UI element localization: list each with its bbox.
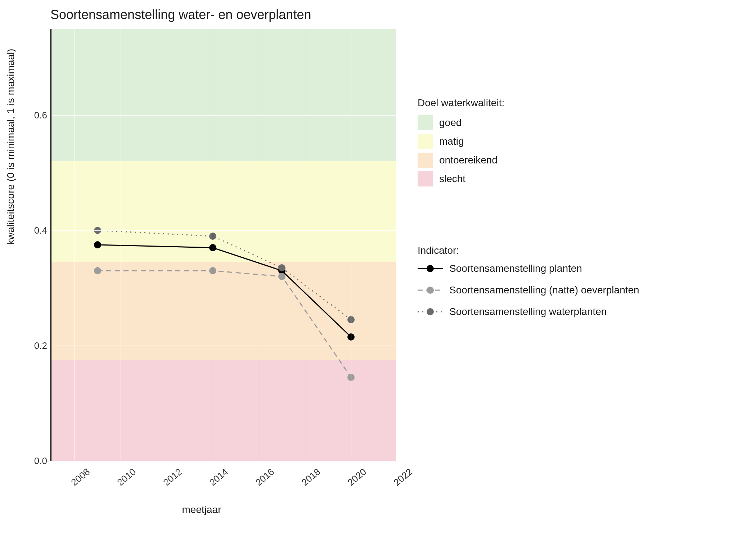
x-tick-label: 2010 [115, 466, 138, 488]
data-point [278, 264, 285, 271]
gridline-v [351, 29, 351, 460]
line-layer [51, 29, 396, 460]
data-point [278, 273, 285, 280]
legend-quality-row: goed [418, 115, 504, 130]
svg-point-5 [427, 308, 434, 315]
legend-line-sample [418, 263, 443, 274]
legend-swatch [418, 115, 433, 130]
y-tick-label: 0.0 [34, 455, 47, 467]
gridline-h [51, 461, 396, 461]
gridline-v [213, 29, 213, 460]
gridline-v [259, 29, 259, 460]
x-tick-label: 2008 [69, 466, 92, 488]
legend-indicator-row: Soortensamenstelling waterplanten [418, 306, 639, 318]
legend-indicator-title: Indicator: [418, 245, 639, 256]
legend-indicator-row: Soortensamenstelling planten [418, 263, 639, 274]
legend-quality-label: ontoereikend [439, 154, 498, 166]
svg-point-1 [427, 265, 434, 272]
y-tick-label: 0.4 [34, 225, 47, 236]
gridline-v [167, 29, 167, 460]
x-axis-label: meetjaar [182, 504, 221, 516]
legend-indicator-row: Soortensamenstelling (natte) oeverplante… [418, 284, 639, 296]
series-line [98, 271, 351, 377]
data-point [94, 241, 101, 248]
legend-swatch [418, 153, 433, 168]
legend-swatch [418, 171, 433, 186]
legend-indicator-label: Soortensamenstelling (natte) oeverplante… [449, 284, 639, 296]
chart-title: Soortensamenstelling water- en oeverplan… [50, 7, 311, 22]
gridline-h [51, 115, 396, 116]
series-line [98, 230, 351, 320]
legend-indicator-label: Soortensamenstelling planten [449, 263, 582, 274]
data-point [94, 267, 101, 274]
legend-quality-label: matig [439, 136, 464, 147]
gridline-v [121, 29, 121, 460]
gridline-h [51, 230, 396, 231]
svg-point-3 [427, 287, 434, 294]
legend-indicator-label: Soortensamenstelling waterplanten [449, 306, 607, 318]
legend-quality-row: slecht [418, 171, 504, 186]
x-tick-label: 2020 [346, 466, 369, 488]
x-tick-label: 2018 [300, 466, 323, 488]
plot-area: 0.00.20.40.62008201020122014201620182020… [50, 29, 396, 461]
legend-quality-title: Doel waterkwaliteit: [418, 97, 504, 109]
legend-quality-label: goed [439, 117, 462, 129]
y-tick-label: 0.2 [34, 340, 47, 351]
x-tick-label: 2016 [253, 466, 276, 488]
x-tick-label: 2012 [161, 466, 184, 488]
legend-line-sample [418, 306, 443, 317]
x-tick-label: 2014 [207, 466, 230, 488]
legend-quality-row: matig [418, 134, 504, 149]
legend-quality: Doel waterkwaliteit: goedmatigontoereike… [418, 97, 504, 190]
gridline-v [397, 29, 397, 460]
legend-quality-label: slecht [439, 173, 465, 185]
legend-line-sample [418, 285, 443, 296]
gridline-v [305, 29, 305, 460]
x-tick-label: 2022 [392, 466, 415, 488]
legend-quality-row: ontoereikend [418, 153, 504, 168]
gridline-v [75, 29, 75, 460]
y-tick-label: 0.6 [34, 110, 47, 121]
gridline-h [51, 346, 396, 346]
legend-indicator: Indicator: Soortensamenstelling plantenS… [418, 245, 639, 328]
y-axis-label: kwaliteitscore (0 is minimaal, 1 is maxi… [5, 49, 17, 245]
chart-container: Soortensamenstelling water- en oeverplan… [0, 0, 756, 540]
legend-swatch [418, 134, 433, 149]
